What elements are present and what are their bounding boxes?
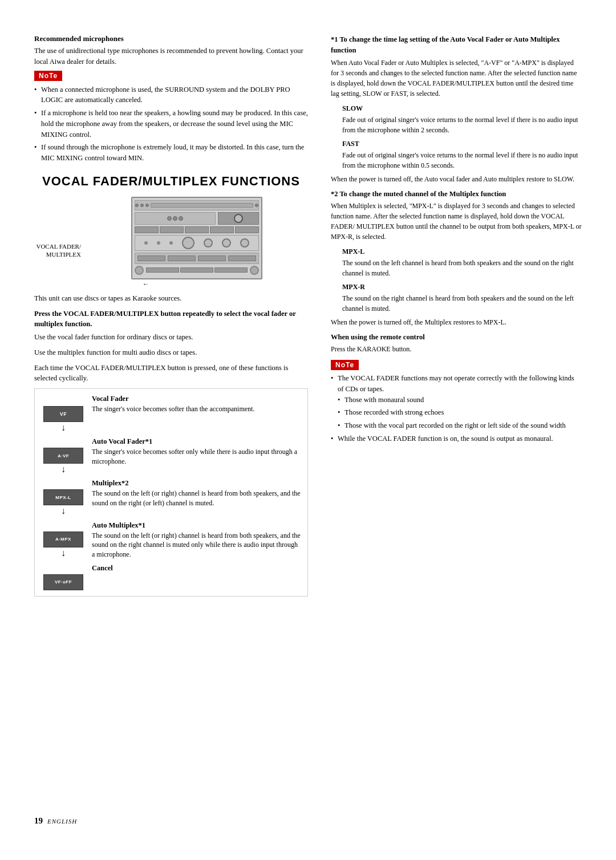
note-item-3: If sound through the microphone is extre… [34, 142, 308, 164]
func-body-3: The sound on the left (or right) channel… [92, 531, 302, 559]
fast-body: Fade out of original singer's voice retu… [342, 150, 582, 171]
func-title-4: Cancel [92, 564, 302, 573]
func-icon-cancel: VF·oFF [43, 574, 83, 590]
vocal-fader-title: VOCAL FADER/MULTIPLEX FUNCTIONS [34, 174, 308, 189]
note-label-1: NoTe [34, 71, 62, 81]
language-label: ENGLISH [47, 818, 77, 825]
function-list: VF ↓ Vocal Fader The singer's voice beco… [34, 388, 308, 597]
mpx-power-off: When the power is turned off, the Multip… [331, 317, 582, 327]
note2-subitem-1: Those with monaural sound [338, 395, 582, 405]
note-list-2: The VOCAL FADER functions may not operat… [331, 373, 582, 444]
unit-desc: This unit can use discs or tapes as Kara… [34, 293, 308, 304]
func-icon-vf: VF [43, 406, 83, 422]
press-body1: Use the vocal fader function for ordinar… [34, 332, 308, 343]
note2-subitem-3: Those with the vocal part recorded on th… [338, 420, 582, 431]
recommended-title: Recommended microphones [34, 34, 308, 43]
press-body2: Use the multiplex function for multi aud… [34, 347, 308, 358]
mpxr-title: MPX-R [342, 282, 582, 292]
note2-subitems: Those with monaural sound Those recorded… [338, 395, 582, 431]
func-body-1: The singer's voice becomes softer only w… [92, 447, 302, 466]
press-body3: Each time the VOCAL FADER/MULTIPLEX butt… [34, 363, 308, 384]
note-item-2: If a microphone is held too near the spe… [34, 108, 308, 140]
right-heading-2: *2 To change the muted channel of the Mu… [331, 189, 582, 200]
note2-subitem-2: Those recorded with strong echoes [338, 407, 582, 418]
note-list-1: When a connected microphone is used, the… [34, 84, 308, 164]
slow-body: Fade out of original singer's voice retu… [342, 115, 582, 135]
note2-item-2: While the VOCAL FADER function is on, th… [331, 433, 582, 444]
remote-body: Press the KARAOKE button. [331, 344, 582, 354]
func-title-1: Auto Vocal Fader*1 [92, 437, 302, 446]
slow-title: SLOW [342, 103, 582, 113]
func-icon-avf: A·VF [43, 448, 83, 464]
mpxl-title: MPX-L [342, 246, 582, 257]
func-body-2: The sound on the left (or right) channel… [92, 489, 302, 508]
note2-item-1: The VOCAL FADER functions may not operat… [331, 373, 582, 431]
func-icon-ampx: A·MPX [43, 532, 83, 547]
func-title-0: Vocal Fader [92, 395, 302, 403]
device-side-label: VOCAL FADER/MULTIPLEX [34, 197, 86, 259]
device-illustration: ← [86, 197, 308, 287]
fast-title: FAST [342, 139, 582, 149]
mpxl-body: The sound on the left channel is heard f… [342, 258, 582, 278]
power-off-note: When the power is turned off, the Auto v… [331, 174, 582, 184]
remote-heading: When using the remote control [331, 332, 582, 343]
func-icon-mpxl: MPX-L [43, 489, 83, 505]
right-body-2: When Multiplex is selected, "MPX-L" is d… [331, 201, 582, 242]
func-body-0: The singer's voice becomes softer than t… [92, 404, 302, 414]
page-number: 19 [34, 816, 43, 826]
right-heading-1: *1 To change the time lag setting of the… [331, 34, 582, 56]
func-title-2: Multiplex*2 [92, 479, 302, 488]
recommended-body: The use of unidirectional type microphon… [34, 46, 308, 67]
mpxr-body: The sound on the right channel is heard … [342, 293, 582, 314]
note-item-1: When a connected microphone is used, the… [34, 84, 308, 106]
right-body-1: When Auto Vocal Fader or Auto Multiplex … [331, 58, 582, 99]
note-label-2: NoTe [331, 360, 359, 370]
press-heading: Press the VOCAL FADER/MULTIPLEX button r… [34, 309, 308, 330]
func-title-3: Auto Multiplex*1 [92, 521, 302, 530]
